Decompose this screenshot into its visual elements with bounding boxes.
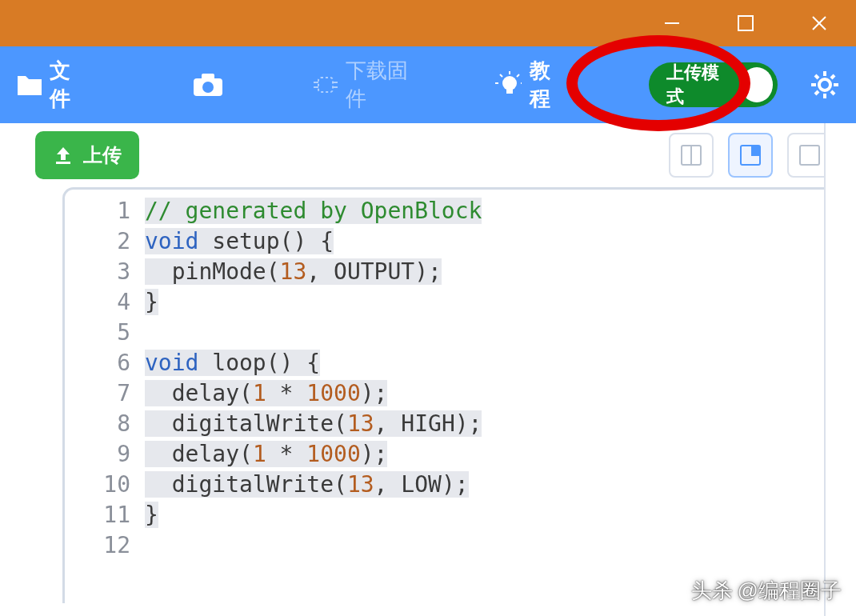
- close-icon: [810, 14, 828, 32]
- window-close-button[interactable]: [782, 3, 856, 43]
- svg-rect-13: [506, 90, 513, 94]
- svg-rect-32: [751, 146, 760, 156]
- mode-toggle-label: 上传模式: [666, 61, 731, 109]
- svg-line-17: [500, 74, 502, 77]
- right-panel-strip: [824, 123, 856, 616]
- code-line: void loop() {: [145, 348, 856, 378]
- window-maximize-button[interactable]: [709, 3, 782, 43]
- tutorial-button[interactable]: 教程: [495, 57, 569, 113]
- lightbulb-icon: [495, 70, 522, 99]
- line-number: 4: [65, 287, 130, 318]
- line-number: 3: [65, 257, 130, 287]
- minimize-icon: [663, 14, 681, 32]
- single-icon: [798, 143, 822, 167]
- code-line: void setup() {: [145, 226, 856, 257]
- line-number: 2: [65, 226, 130, 257]
- right-panel-marker: [826, 123, 856, 139]
- folder-icon: [16, 73, 42, 97]
- settings-button[interactable]: [810, 70, 840, 100]
- svg-line-25: [831, 91, 834, 94]
- svg-point-6: [202, 82, 214, 93]
- main-toolbar: 文件 下载固件 教程 上传模式: [0, 46, 856, 123]
- line-number: 6: [65, 348, 130, 378]
- sub-toolbar: 上传: [0, 123, 856, 187]
- code-line: }: [145, 287, 856, 318]
- firmware-label: 下载固件: [346, 57, 423, 113]
- svg-rect-1: [738, 16, 753, 30]
- line-number: 12: [65, 530, 130, 561]
- window-titlebar: [0, 0, 856, 46]
- maximize-icon: [738, 15, 754, 31]
- svg-point-12: [502, 76, 517, 90]
- layout-sidepanel-button[interactable]: [728, 133, 773, 178]
- svg-line-24: [815, 75, 818, 78]
- upload-icon: [53, 145, 74, 166]
- line-number: 7: [65, 378, 130, 409]
- tutorial-label: 教程: [530, 57, 568, 113]
- svg-rect-7: [318, 78, 333, 92]
- watermark: 头杀 @编程圈子: [691, 577, 842, 605]
- gear-icon: [810, 70, 840, 100]
- window-minimize-button[interactable]: [635, 3, 709, 43]
- split-icon: [679, 143, 703, 167]
- svg-line-26: [831, 75, 834, 78]
- watermark-prefix: 头杀: [691, 577, 733, 605]
- mode-toggle[interactable]: 上传模式: [649, 62, 778, 107]
- line-number: 8: [65, 409, 130, 439]
- svg-line-18: [517, 74, 519, 77]
- svg-rect-28: [56, 162, 70, 164]
- upload-button[interactable]: 上传: [35, 131, 139, 179]
- chip-icon: [312, 71, 338, 98]
- code-line: // generated by OpenBlock: [145, 196, 856, 226]
- line-number: 1: [65, 196, 130, 226]
- code-line: }: [145, 500, 856, 530]
- code-line: [145, 318, 856, 348]
- line-number: 11: [65, 500, 130, 530]
- upload-button-label: 上传: [83, 142, 122, 168]
- watermark-handle: @编程圈子: [738, 577, 842, 605]
- code-content[interactable]: // generated by OpenBlockvoid setup() { …: [145, 190, 856, 603]
- svg-rect-33: [800, 146, 819, 165]
- svg-point-19: [819, 79, 830, 90]
- code-line: digitalWrite(13, LOW);: [145, 470, 856, 500]
- camera-button[interactable]: [192, 72, 224, 98]
- line-number-gutter: 123456789101112: [65, 190, 145, 603]
- code-line: delay(1 * 1000);: [145, 439, 856, 470]
- line-number: 9: [65, 439, 130, 470]
- firmware-button[interactable]: 下载固件: [312, 57, 423, 113]
- line-number: 5: [65, 318, 130, 348]
- file-menu-label: 文件: [50, 57, 88, 113]
- mode-toggle-thumb: [741, 67, 773, 102]
- line-number: 10: [65, 470, 130, 500]
- svg-rect-5: [202, 74, 214, 80]
- code-line: [145, 530, 856, 561]
- code-line: pinMode(13, OUTPUT);: [145, 257, 856, 287]
- layout-split-button[interactable]: [669, 133, 714, 178]
- svg-line-27: [815, 91, 818, 94]
- file-menu[interactable]: 文件: [16, 57, 88, 113]
- sidepanel-icon: [738, 143, 762, 167]
- code-editor[interactable]: 123456789101112 // generated by OpenBloc…: [62, 187, 856, 603]
- camera-icon: [192, 72, 224, 98]
- code-line: digitalWrite(13, HIGH);: [145, 409, 856, 439]
- code-line: delay(1 * 1000);: [145, 378, 856, 409]
